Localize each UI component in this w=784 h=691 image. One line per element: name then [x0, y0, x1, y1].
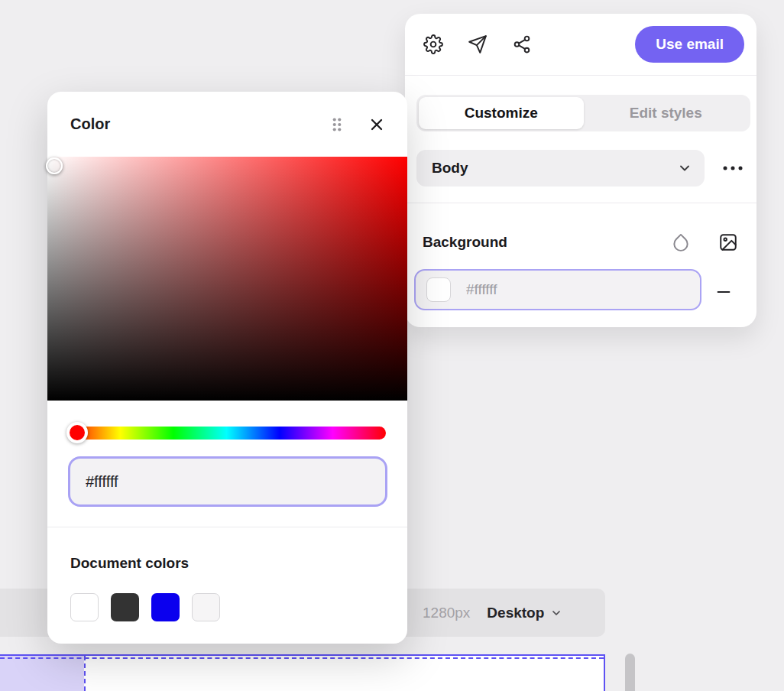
hex-color-field[interactable]	[68, 456, 387, 507]
settings-panel: Use email Customize Edit styles Body Bac…	[405, 14, 756, 327]
color-preview-swatch[interactable]	[426, 277, 451, 302]
panel-tabs: Customize Edit styles	[416, 95, 750, 131]
drag-handle-icon	[328, 115, 346, 134]
saturation-picker-handle[interactable]	[46, 157, 63, 174]
document-color-swatch[interactable]	[151, 593, 180, 621]
ellipsis-icon	[722, 165, 744, 171]
hex-color-input[interactable]	[86, 473, 370, 491]
document-colors-label: Document colors	[70, 555, 189, 572]
background-label: Background	[423, 234, 507, 251]
more-options-button[interactable]	[718, 158, 748, 178]
selection-dashed-border-left	[84, 656, 86, 691]
remove-color-button[interactable]	[713, 281, 734, 303]
vertical-scrollbar[interactable]	[625, 654, 635, 691]
close-button[interactable]	[368, 115, 386, 134]
background-color-input[interactable]	[466, 281, 634, 298]
dialog-divider	[47, 527, 407, 527]
element-select-value: Body	[432, 160, 468, 177]
document-color-swatch[interactable]	[111, 593, 139, 621]
color-fill-button[interactable]	[671, 232, 691, 252]
minus-icon	[715, 284, 732, 300]
canvas-toolbar-content: 1280px Desktop	[423, 589, 562, 637]
header-icons	[423, 34, 532, 54]
image-icon	[718, 232, 738, 252]
share-icon	[512, 34, 532, 54]
color-dialog-actions	[328, 115, 386, 134]
color-picker-dialog: Color Document colors	[47, 92, 407, 644]
share-button[interactable]	[512, 34, 532, 54]
hue-slider[interactable]	[67, 427, 386, 440]
document-color-swatch[interactable]	[70, 593, 99, 621]
gear-icon	[423, 34, 443, 54]
document-color-swatch[interactable]	[192, 593, 220, 621]
device-label: Desktop	[487, 605, 544, 621]
tab-edit-styles[interactable]: Edit styles	[584, 97, 749, 129]
background-color-field[interactable]	[414, 269, 701, 310]
background-actions	[671, 232, 738, 252]
selection-dashed-border-top	[0, 657, 604, 659]
drag-handle[interactable]	[328, 115, 346, 134]
color-dialog-title: Color	[70, 115, 110, 133]
send-test-button[interactable]	[468, 34, 488, 54]
email-canvas[interactable]	[0, 654, 605, 691]
settings-gear-button[interactable]	[423, 34, 443, 54]
device-selector[interactable]: Desktop	[487, 605, 562, 621]
color-dialog-header: Color	[47, 92, 407, 157]
chevron-down-icon	[550, 607, 562, 619]
canvas-margin-highlight	[0, 656, 84, 691]
hue-slider-thumb[interactable]	[66, 422, 88, 443]
use-email-button[interactable]: Use email	[635, 26, 744, 63]
canvas-width-label: 1280px	[423, 605, 470, 621]
droplet-icon	[671, 232, 691, 252]
saturation-gradient-area[interactable]	[47, 157, 407, 401]
panel-divider	[405, 203, 756, 203]
background-section-header: Background	[423, 232, 738, 253]
element-select[interactable]: Body	[416, 150, 705, 187]
send-icon	[468, 34, 488, 54]
tab-customize[interactable]: Customize	[419, 97, 584, 129]
settings-panel-header: Use email	[405, 14, 756, 76]
chevron-down-icon	[677, 161, 692, 176]
document-colors-row	[70, 593, 220, 621]
background-image-button[interactable]	[718, 232, 738, 252]
close-icon	[368, 115, 386, 134]
